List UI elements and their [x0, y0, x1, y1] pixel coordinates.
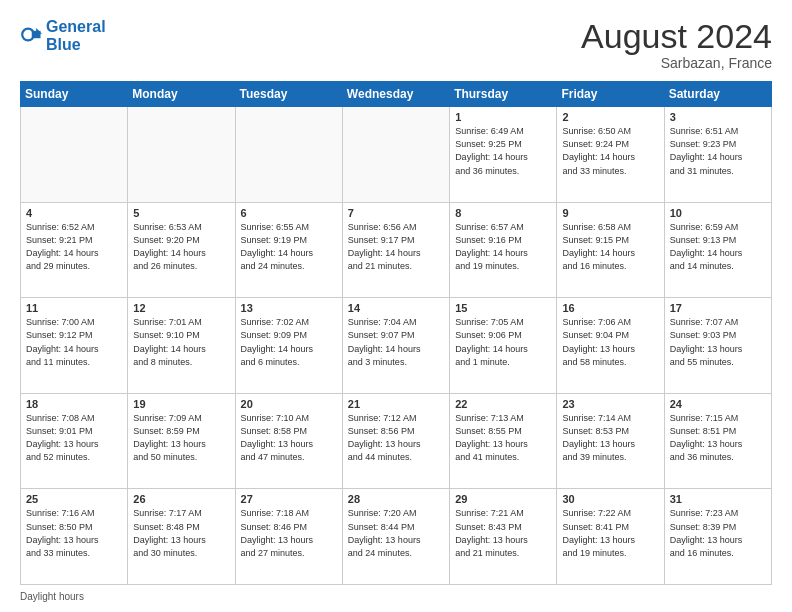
calendar-cell: 4Sunrise: 6:52 AM Sunset: 9:21 PM Daylig… [21, 202, 128, 298]
calendar-cell: 6Sunrise: 6:55 AM Sunset: 9:19 PM Daylig… [235, 202, 342, 298]
day-info: Sunrise: 6:58 AM Sunset: 9:15 PM Dayligh… [562, 221, 658, 273]
day-info: Sunrise: 6:53 AM Sunset: 9:20 PM Dayligh… [133, 221, 229, 273]
logo-text: General Blue [46, 18, 106, 53]
col-header-monday: Monday [128, 82, 235, 107]
calendar-cell: 26Sunrise: 7:17 AM Sunset: 8:48 PM Dayli… [128, 489, 235, 585]
day-number: 14 [348, 302, 444, 314]
day-info: Sunrise: 7:12 AM Sunset: 8:56 PM Dayligh… [348, 412, 444, 464]
calendar-cell: 17Sunrise: 7:07 AM Sunset: 9:03 PM Dayli… [664, 298, 771, 394]
calendar-cell [235, 107, 342, 203]
day-info: Sunrise: 7:08 AM Sunset: 9:01 PM Dayligh… [26, 412, 122, 464]
day-number: 18 [26, 398, 122, 410]
day-number: 22 [455, 398, 551, 410]
col-header-tuesday: Tuesday [235, 82, 342, 107]
calendar-week-2: 11Sunrise: 7:00 AM Sunset: 9:12 PM Dayli… [21, 298, 772, 394]
main-title: August 2024 [581, 18, 772, 55]
day-number: 28 [348, 493, 444, 505]
calendar-cell: 3Sunrise: 6:51 AM Sunset: 9:23 PM Daylig… [664, 107, 771, 203]
day-number: 23 [562, 398, 658, 410]
day-info: Sunrise: 7:16 AM Sunset: 8:50 PM Dayligh… [26, 507, 122, 559]
calendar-cell: 2Sunrise: 6:50 AM Sunset: 9:24 PM Daylig… [557, 107, 664, 203]
day-number: 16 [562, 302, 658, 314]
day-info: Sunrise: 6:56 AM Sunset: 9:17 PM Dayligh… [348, 221, 444, 273]
calendar-cell: 16Sunrise: 7:06 AM Sunset: 9:04 PM Dayli… [557, 298, 664, 394]
svg-marker-2 [36, 28, 42, 34]
day-info: Sunrise: 7:06 AM Sunset: 9:04 PM Dayligh… [562, 316, 658, 368]
day-info: Sunrise: 7:07 AM Sunset: 9:03 PM Dayligh… [670, 316, 766, 368]
day-info: Sunrise: 6:55 AM Sunset: 9:19 PM Dayligh… [241, 221, 337, 273]
calendar-cell [128, 107, 235, 203]
calendar-cell: 19Sunrise: 7:09 AM Sunset: 8:59 PM Dayli… [128, 393, 235, 489]
day-number: 30 [562, 493, 658, 505]
calendar-cell: 13Sunrise: 7:02 AM Sunset: 9:09 PM Dayli… [235, 298, 342, 394]
day-number: 19 [133, 398, 229, 410]
calendar-cell: 18Sunrise: 7:08 AM Sunset: 9:01 PM Dayli… [21, 393, 128, 489]
day-info: Sunrise: 7:20 AM Sunset: 8:44 PM Dayligh… [348, 507, 444, 559]
day-info: Sunrise: 7:21 AM Sunset: 8:43 PM Dayligh… [455, 507, 551, 559]
day-info: Sunrise: 7:13 AM Sunset: 8:55 PM Dayligh… [455, 412, 551, 464]
calendar-cell: 25Sunrise: 7:16 AM Sunset: 8:50 PM Dayli… [21, 489, 128, 585]
calendar-cell: 21Sunrise: 7:12 AM Sunset: 8:56 PM Dayli… [342, 393, 449, 489]
day-info: Sunrise: 7:02 AM Sunset: 9:09 PM Dayligh… [241, 316, 337, 368]
day-number: 27 [241, 493, 337, 505]
col-header-sunday: Sunday [21, 82, 128, 107]
day-info: Sunrise: 7:17 AM Sunset: 8:48 PM Dayligh… [133, 507, 229, 559]
subtitle: Sarbazan, France [581, 55, 772, 71]
calendar-cell: 22Sunrise: 7:13 AM Sunset: 8:55 PM Dayli… [450, 393, 557, 489]
calendar-cell: 31Sunrise: 7:23 AM Sunset: 8:39 PM Dayli… [664, 489, 771, 585]
day-info: Sunrise: 6:57 AM Sunset: 9:16 PM Dayligh… [455, 221, 551, 273]
logo-line2: Blue [46, 36, 81, 53]
calendar-cell: 23Sunrise: 7:14 AM Sunset: 8:53 PM Dayli… [557, 393, 664, 489]
day-number: 2 [562, 111, 658, 123]
day-number: 5 [133, 207, 229, 219]
calendar-cell: 8Sunrise: 6:57 AM Sunset: 9:16 PM Daylig… [450, 202, 557, 298]
calendar-header-row: SundayMondayTuesdayWednesdayThursdayFrid… [21, 82, 772, 107]
calendar-cell: 11Sunrise: 7:00 AM Sunset: 9:12 PM Dayli… [21, 298, 128, 394]
day-number: 26 [133, 493, 229, 505]
day-info: Sunrise: 6:50 AM Sunset: 9:24 PM Dayligh… [562, 125, 658, 177]
col-header-thursday: Thursday [450, 82, 557, 107]
day-info: Sunrise: 7:04 AM Sunset: 9:07 PM Dayligh… [348, 316, 444, 368]
calendar-cell: 14Sunrise: 7:04 AM Sunset: 9:07 PM Dayli… [342, 298, 449, 394]
footer: Daylight hours [20, 591, 772, 602]
calendar-cell: 5Sunrise: 6:53 AM Sunset: 9:20 PM Daylig… [128, 202, 235, 298]
day-info: Sunrise: 6:49 AM Sunset: 9:25 PM Dayligh… [455, 125, 551, 177]
col-header-wednesday: Wednesday [342, 82, 449, 107]
logo: General Blue [20, 18, 106, 53]
calendar-cell [21, 107, 128, 203]
calendar-cell: 29Sunrise: 7:21 AM Sunset: 8:43 PM Dayli… [450, 489, 557, 585]
day-number: 13 [241, 302, 337, 314]
title-area: August 2024 Sarbazan, France [581, 18, 772, 71]
day-number: 29 [455, 493, 551, 505]
calendar-cell: 30Sunrise: 7:22 AM Sunset: 8:41 PM Dayli… [557, 489, 664, 585]
col-header-saturday: Saturday [664, 82, 771, 107]
calendar-cell: 12Sunrise: 7:01 AM Sunset: 9:10 PM Dayli… [128, 298, 235, 394]
day-number: 25 [26, 493, 122, 505]
day-number: 7 [348, 207, 444, 219]
day-number: 11 [26, 302, 122, 314]
day-info: Sunrise: 7:00 AM Sunset: 9:12 PM Dayligh… [26, 316, 122, 368]
calendar-week-1: 4Sunrise: 6:52 AM Sunset: 9:21 PM Daylig… [21, 202, 772, 298]
day-info: Sunrise: 6:51 AM Sunset: 9:23 PM Dayligh… [670, 125, 766, 177]
day-number: 31 [670, 493, 766, 505]
calendar-cell: 28Sunrise: 7:20 AM Sunset: 8:44 PM Dayli… [342, 489, 449, 585]
day-info: Sunrise: 7:23 AM Sunset: 8:39 PM Dayligh… [670, 507, 766, 559]
day-info: Sunrise: 6:59 AM Sunset: 9:13 PM Dayligh… [670, 221, 766, 273]
logo-line1: General [46, 18, 106, 35]
calendar-cell: 15Sunrise: 7:05 AM Sunset: 9:06 PM Dayli… [450, 298, 557, 394]
day-number: 15 [455, 302, 551, 314]
day-info: Sunrise: 7:15 AM Sunset: 8:51 PM Dayligh… [670, 412, 766, 464]
calendar-cell: 10Sunrise: 6:59 AM Sunset: 9:13 PM Dayli… [664, 202, 771, 298]
day-info: Sunrise: 6:52 AM Sunset: 9:21 PM Dayligh… [26, 221, 122, 273]
calendar-cell: 1Sunrise: 6:49 AM Sunset: 9:25 PM Daylig… [450, 107, 557, 203]
calendar-cell: 9Sunrise: 6:58 AM Sunset: 9:15 PM Daylig… [557, 202, 664, 298]
day-number: 3 [670, 111, 766, 123]
header: General Blue August 2024 Sarbazan, Franc… [20, 18, 772, 71]
day-number: 12 [133, 302, 229, 314]
calendar-week-3: 18Sunrise: 7:08 AM Sunset: 9:01 PM Dayli… [21, 393, 772, 489]
day-info: Sunrise: 7:14 AM Sunset: 8:53 PM Dayligh… [562, 412, 658, 464]
calendar-cell: 20Sunrise: 7:10 AM Sunset: 8:58 PM Dayli… [235, 393, 342, 489]
day-info: Sunrise: 7:09 AM Sunset: 8:59 PM Dayligh… [133, 412, 229, 464]
day-info: Sunrise: 7:22 AM Sunset: 8:41 PM Dayligh… [562, 507, 658, 559]
day-number: 9 [562, 207, 658, 219]
